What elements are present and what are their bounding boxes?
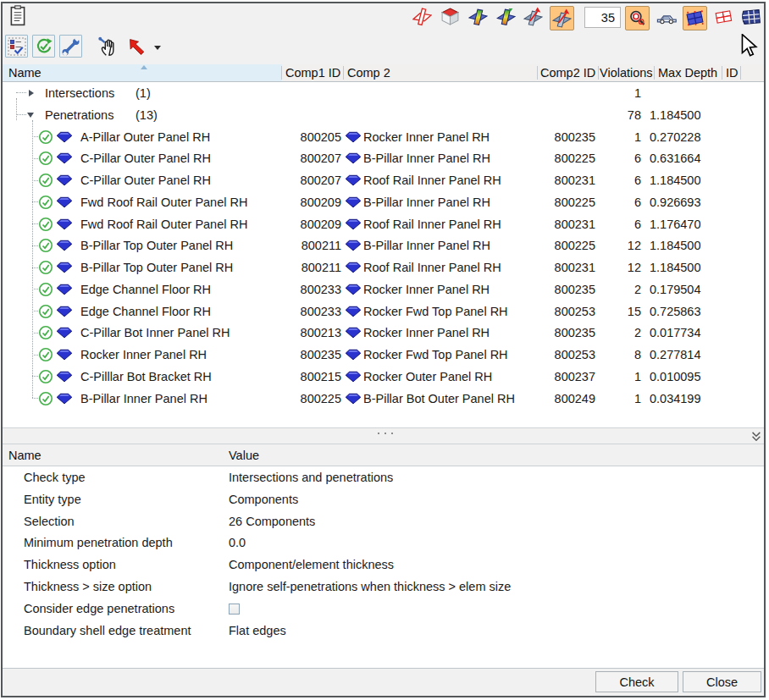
cube-display-button[interactable] bbox=[440, 7, 460, 26]
red-arrow-icon bbox=[128, 37, 147, 57]
cell-comp2-name: Rocker Inner Panel RH bbox=[363, 126, 490, 148]
cell-comp2-id: 800225 bbox=[511, 147, 595, 169]
cell-comp1-id: 800225 bbox=[257, 388, 341, 410]
details-row: Minimum penetration depth 0.0 bbox=[3, 532, 764, 554]
tree-row-penetration-pair[interactable]: C-Pillar Outer Panel RH 800207 B-Pillar … bbox=[3, 147, 764, 169]
pan-hand-button[interactable] bbox=[97, 36, 119, 58]
expand-expanded-icon[interactable] bbox=[27, 113, 34, 118]
details-row-value: Flat edges bbox=[229, 620, 286, 642]
component-diamond-icon bbox=[345, 174, 362, 186]
tree-row-penetration-pair[interactable]: C-Pillar Bot Inner Panel RH 800213 Rocke… bbox=[3, 322, 764, 344]
tree-row-penetrations[interactable]: Penetrations (13) 78 1.184500 bbox=[3, 104, 764, 126]
consider-edge-penetrations-checkbox[interactable] bbox=[229, 604, 240, 615]
details-header: Name Value bbox=[3, 444, 764, 466]
intersections-display-button[interactable] bbox=[412, 7, 432, 26]
cell-comp2-id: 800225 bbox=[511, 191, 595, 213]
check-button[interactable]: Check bbox=[595, 671, 678, 692]
component-diamond-icon bbox=[345, 262, 362, 273]
splitter-grip-dot bbox=[391, 433, 393, 434]
column-header-id[interactable]: ID bbox=[726, 64, 739, 81]
check-status-icon bbox=[38, 217, 53, 232]
details-row: Thickness option Component/element thick… bbox=[3, 554, 764, 576]
cell-comp1-name: C-Pillar Bot Inner Panel RH bbox=[80, 322, 230, 344]
cell-comp2-id: 800231 bbox=[511, 213, 595, 235]
cell-violations: 2 bbox=[587, 322, 641, 344]
tree-row-penetration-pair[interactable]: C-Pillar Outer Panel RH 800207 Roof Rail… bbox=[3, 169, 764, 191]
tree-row-penetration-pair[interactable]: Edge Channel Floor RH 800233 Rocker Inne… bbox=[3, 278, 764, 300]
depth-planes-button[interactable] bbox=[523, 7, 543, 26]
wrench-icon bbox=[62, 37, 80, 56]
red-mesh-display-button[interactable] bbox=[714, 9, 734, 25]
column-header-max-depth[interactable]: Max Depth bbox=[658, 64, 717, 81]
check-status-icon bbox=[38, 282, 53, 297]
cell-violations: 2 bbox=[587, 278, 641, 300]
details-row-name: Thickness > size option bbox=[24, 576, 152, 598]
tree-row-penetration-pair[interactable]: A-Pillar Outer Panel RH 800205 Rocker In… bbox=[3, 126, 764, 148]
column-header-comp2[interactable]: Comp 2 bbox=[347, 64, 390, 81]
tree-row-intersections[interactable]: Intersections (1) 1 bbox=[3, 82, 764, 104]
cell-violations: 6 bbox=[587, 191, 641, 213]
cell-comp2-name: B-Pillar Bot Outer Panel RH bbox=[363, 388, 515, 410]
details-row-name: Check type bbox=[24, 467, 86, 489]
select-arrow-dropdown[interactable] bbox=[154, 46, 161, 50]
expand-collapsed-icon[interactable] bbox=[29, 90, 34, 96]
select-arrow-button[interactable] bbox=[128, 37, 147, 57]
tree-row-penetration-pair[interactable]: B-Pillar Top Outer Panel RH 800211 Roof … bbox=[3, 256, 764, 278]
car-display-button[interactable] bbox=[656, 9, 678, 25]
component-diamond-icon bbox=[56, 174, 73, 186]
depth-planes-toggle-active[interactable] bbox=[550, 6, 574, 30]
cell-max-depth: 0.926693 bbox=[650, 191, 700, 213]
tree-row-penetration-pair[interactable]: Rocker Inner Panel RH 800235 Rocker Fwd … bbox=[3, 344, 764, 366]
splitter-grip-dot bbox=[378, 433, 379, 434]
tree-row-penetration-pair[interactable]: B-Pillar Top Outer Panel RH 800211 B-Pil… bbox=[3, 234, 764, 256]
close-button[interactable]: Close bbox=[683, 671, 761, 692]
contour-planes-button-1[interactable] bbox=[468, 7, 488, 26]
details-row-name: Boundary shell edge treatment bbox=[24, 620, 191, 642]
component-diamond-icon bbox=[345, 131, 362, 143]
contour-planes-button-2[interactable] bbox=[496, 7, 516, 26]
check-status-icon bbox=[38, 173, 53, 188]
column-header-comp1-id[interactable]: Comp1 ID bbox=[285, 64, 340, 81]
column-header-comp2-id[interactable]: Comp2 ID bbox=[540, 64, 595, 81]
cell-comp1-name: B-Pillar Top Outer Panel RH bbox=[80, 256, 233, 278]
cell-comp1-id: 800207 bbox=[257, 147, 341, 169]
refresh-button[interactable] bbox=[32, 35, 55, 58]
cell-max-depth: 1.184500 bbox=[650, 234, 700, 256]
depth-planes-icon bbox=[552, 8, 572, 28]
cell-violations: 1 bbox=[587, 388, 641, 410]
cell-max-depth: 1.176470 bbox=[650, 213, 700, 235]
find-toggle-active[interactable] bbox=[625, 6, 650, 30]
tree-row-penetration-pair[interactable]: Edge Channel Floor RH 800233 Rocker Fwd … bbox=[3, 300, 764, 322]
tolerance-input[interactable] bbox=[584, 7, 621, 28]
blue-mesh-toggle-active[interactable] bbox=[683, 6, 707, 30]
details-header-value: Value bbox=[229, 444, 259, 466]
panel-splitter[interactable] bbox=[3, 427, 764, 444]
details-row-value: Intersections and penetrations bbox=[229, 467, 393, 489]
tree-row-penetration-pair[interactable]: Fwd Roof Rail Outer Panel RH 800209 B-Pi… bbox=[3, 191, 764, 213]
blue-mesh-icon bbox=[685, 8, 705, 28]
contour-planes-icon bbox=[496, 7, 516, 26]
collapse-panel-chevron-icon[interactable] bbox=[752, 432, 761, 441]
group-name: Intersections bbox=[45, 82, 114, 104]
tree-row-penetration-pair[interactable]: B-Pillar Inner Panel RH 800225 B-Pillar … bbox=[3, 388, 764, 410]
check-options-button[interactable] bbox=[5, 35, 28, 58]
column-header-name[interactable]: Name bbox=[8, 64, 41, 81]
cell-max-depth: 1.184500 bbox=[650, 169, 700, 191]
cell-comp1-name: Edge Channel Floor RH bbox=[80, 278, 211, 300]
details-row-value: 0.0 bbox=[229, 532, 246, 554]
details-row: Entity type Components bbox=[3, 489, 764, 511]
cell-max-depth: 1.184500 bbox=[650, 104, 700, 126]
cell-comp2-name: Rocker Inner Panel RH bbox=[363, 278, 490, 300]
cell-violations: 6 bbox=[587, 147, 641, 169]
cell-comp2-id: 800253 bbox=[511, 300, 595, 322]
column-header-violations[interactable]: Violations bbox=[600, 64, 653, 81]
cell-comp2-id: 800225 bbox=[511, 234, 595, 256]
tools-button[interactable] bbox=[59, 35, 82, 58]
report-icon[interactable] bbox=[8, 5, 27, 26]
tree-row-penetration-pair[interactable]: C-Pilllar Bot Bracket RH 800215 Rocker O… bbox=[3, 366, 764, 388]
component-diamond-icon bbox=[56, 131, 73, 143]
tree-row-penetration-pair[interactable]: Fwd Roof Rail Outer Panel RH 800209 Roof… bbox=[3, 213, 764, 235]
table-view-button[interactable] bbox=[740, 7, 762, 27]
refresh-check-icon bbox=[35, 37, 53, 56]
component-diamond-icon bbox=[56, 393, 73, 405]
